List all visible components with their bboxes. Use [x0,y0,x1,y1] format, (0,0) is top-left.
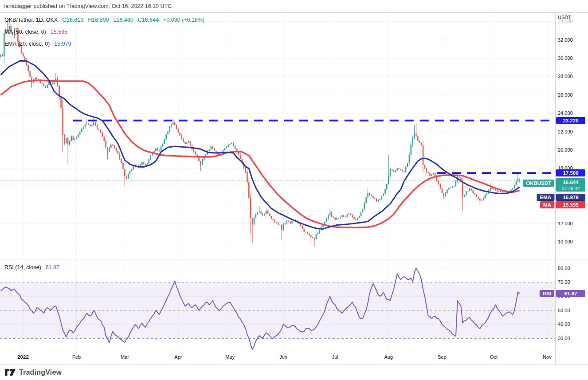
rsi-legend[interactable]: RSI (14, close)61.87 [4,264,59,270]
ema-value: 15.979 [54,41,71,47]
chart-canvas[interactable] [0,0,588,380]
time-tick-Jul: Jul [332,354,338,360]
rsi-tick: 30.00 [558,336,570,341]
ma-label: MA (50, close, 0) [4,29,46,35]
footer: TradingView [4,367,62,378]
price-tick: 32.000 [558,37,573,43]
ohlc-close: C16.644 [138,17,159,23]
symbol-title: OKB/Tether, 1D, OKX [4,17,58,23]
time-tick-2022: 2022 [17,354,29,360]
candle-countdown: 07:49:42 [562,186,580,191]
resistance-price-tag-23220: 23.220 [556,117,585,124]
ema-name-tag: EMA [537,194,554,201]
ohlc-low: L16.480 [113,17,133,23]
tradingview-published-chart: ranadagger published on TradingView.com,… [0,0,588,380]
ma-name-tag: MA [540,201,554,208]
symbol-name-tag: OKBUSDT [523,180,554,187]
price-tick: 26.000 [558,92,573,98]
time-tick-Jun: Jun [279,354,287,360]
ohlc-open: O16.613 [62,17,83,23]
rsi-tick: 80.00 [558,266,570,271]
time-tick-Aug: Aug [384,354,393,360]
ma-legend[interactable]: MA (50, close, 0)15.595 [4,29,67,35]
ma-price-tag: 15.595 [556,201,585,208]
price-tick: 28.000 [558,74,573,79]
current-price-value: 16.644 [563,180,578,185]
rsi-tick: 50.00 [558,308,570,313]
change-value: +0.030 (+0.18%) [163,17,204,23]
current-price-tag: 16.64407:49:42 [556,178,585,192]
ohlc-high: H16.890 [88,17,109,23]
rsi-name-tag: RSI [540,290,554,297]
brand-wordmark[interactable]: TradingView [19,368,62,376]
tradingview-logo-icon[interactable] [4,368,16,377]
price-tick: 10.000 [558,239,573,245]
ema-price-tag: 15.979 [556,194,585,201]
time-tick-Oct: Oct [490,354,498,360]
ema-label: EMA (20, close, 0) [4,41,50,47]
price-tick: 12.000 [558,221,573,227]
time-tick-Nov: Nov [543,354,552,360]
price-tick: 24.000 [558,110,573,116]
price-tick: 34.000 [558,19,573,24]
rsi-label: RSI (14, close) [4,264,41,270]
price-tick: 22.000 [558,129,573,135]
time-tick-Sep: Sep [438,354,447,360]
ema-legend[interactable]: EMA (20, close, 0)15.979 [4,41,71,47]
time-tick-Feb: Feb [72,354,81,360]
rsi-tick: 40.00 [558,321,570,327]
price-tick: 30.000 [558,55,573,61]
rsi-value: 61.87 [46,264,59,270]
symbol-legend[interactable]: OKB/Tether, 1D, OKXO16.613H16.890L16.480… [4,17,204,23]
rsi-value-tag: 61.87 [556,290,585,297]
ma50-line[interactable] [1,80,520,227]
time-tick-May: May [225,354,235,360]
ema20-line[interactable] [1,61,520,229]
resistance-price-tag-17500: 17.500 [556,169,585,176]
rsi-tick: 70.00 [558,279,570,285]
ma-value: 15.595 [51,29,67,35]
time-tick-Apr: Apr [174,354,182,360]
time-tick-Mar: Mar [121,354,129,360]
price-tick: 20.000 [558,147,573,153]
